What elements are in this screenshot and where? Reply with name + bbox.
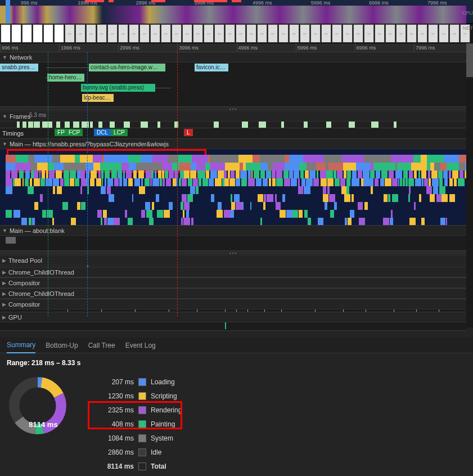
flame-segment[interactable] <box>452 170 458 178</box>
flame-segment[interactable] <box>447 163 459 170</box>
flame-segment[interactable] <box>416 170 417 178</box>
flame-segment[interactable] <box>77 202 81 210</box>
flame-segment[interactable] <box>337 170 342 178</box>
filmstrip-frame[interactable] <box>1 24 11 43</box>
flame-segment[interactable] <box>34 155 40 163</box>
flame-segment[interactable] <box>197 170 203 178</box>
flame-segment[interactable] <box>64 170 69 178</box>
flame-segment[interactable] <box>344 194 350 202</box>
flame-segment[interactable] <box>299 210 303 218</box>
flame-segment[interactable] <box>151 170 154 178</box>
flame-segment[interactable] <box>299 163 307 170</box>
flame-segment[interactable] <box>352 194 354 202</box>
flame-segment[interactable] <box>182 194 187 202</box>
flame-segment[interactable] <box>16 155 28 163</box>
flame-segment[interactable] <box>236 170 240 178</box>
flame-segment[interactable] <box>91 170 97 178</box>
flame-segment[interactable] <box>105 178 106 186</box>
flame-segment[interactable] <box>347 170 351 178</box>
flame-segment[interactable] <box>168 155 177 163</box>
flame-segment[interactable] <box>210 170 217 178</box>
flame-segment[interactable] <box>40 155 52 163</box>
flame-segment[interactable] <box>181 218 183 225</box>
flame-segment[interactable] <box>22 178 24 186</box>
compositor-track[interactable]: ▶Compositor <box>0 278 466 289</box>
flame-segment[interactable] <box>152 155 167 163</box>
scrollbar-thumb[interactable] <box>466 43 473 77</box>
flame-segment[interactable] <box>13 210 20 218</box>
flame-segment[interactable] <box>191 163 197 170</box>
flame-segment[interactable] <box>418 170 420 178</box>
flame-segment[interactable] <box>363 178 369 186</box>
flame-segment[interactable] <box>6 210 12 218</box>
flame-segment[interactable] <box>184 202 190 210</box>
flame-segment[interactable] <box>400 155 413 163</box>
frame-block[interactable] <box>110 122 115 128</box>
flame-segment[interactable] <box>141 178 143 186</box>
flame-segment[interactable] <box>183 218 190 225</box>
flame-segment[interactable] <box>325 202 328 210</box>
flame-segment[interactable] <box>190 170 197 178</box>
flame-segment[interactable] <box>246 163 260 170</box>
filmstrip-frame[interactable]: ▭ <box>139 24 150 43</box>
flame-segment[interactable] <box>284 178 290 186</box>
flame-segment[interactable] <box>46 170 48 178</box>
frame-block[interactable] <box>124 122 130 128</box>
task-block[interactable] <box>6 237 16 244</box>
flame-segment[interactable] <box>371 186 372 194</box>
flame-segment[interactable] <box>327 178 334 186</box>
track-header-childio[interactable]: ▶Chrome_ChildIOThread <box>0 289 466 299</box>
flame-segment[interactable] <box>264 194 266 202</box>
flame-segment[interactable] <box>234 194 240 202</box>
flame-segment[interactable] <box>242 202 244 210</box>
flame-segment[interactable] <box>166 178 171 186</box>
tab-event-log[interactable]: Event Log <box>125 338 156 353</box>
flame-segment[interactable] <box>289 170 293 178</box>
legend-row-loading[interactable]: 207 msLoading <box>100 375 182 389</box>
flame-segment[interactable] <box>240 170 246 178</box>
track-header-main-blank[interactable]: ▼ Main — about:blank <box>0 226 466 236</box>
filmstrip-frame[interactable]: ▭ <box>343 24 353 43</box>
network-request-bar[interactable]: home-hero-… <box>47 74 84 82</box>
flame-segment[interactable] <box>276 170 283 178</box>
flame-segment[interactable] <box>400 178 402 186</box>
flame-segment[interactable] <box>250 202 251 210</box>
flame-segment[interactable] <box>440 163 447 170</box>
flame-segment[interactable] <box>258 194 263 202</box>
flame-segment[interactable] <box>225 163 240 170</box>
filmstrip-frame[interactable]: ▭ <box>129 24 139 43</box>
network-track[interactable]: ▼ Network snabb.press/ (…contact-us-hero… <box>0 52 466 107</box>
filmstrip-frame[interactable]: ▭ <box>97 24 107 43</box>
flame-segment[interactable] <box>419 194 421 202</box>
network-request-bar[interactable]: favicon.ic… <box>195 64 228 71</box>
flame-segment[interactable] <box>361 178 363 186</box>
flame-segment[interactable] <box>380 178 385 186</box>
flame-segment[interactable] <box>111 170 117 178</box>
flame-segment[interactable] <box>267 194 273 202</box>
flame-segment[interactable] <box>162 163 172 170</box>
frame-block[interactable] <box>82 122 89 128</box>
flame-segment[interactable] <box>102 178 103 186</box>
flame-segment[interactable] <box>223 155 239 163</box>
flame-segment[interactable] <box>398 178 400 186</box>
flame-segment[interactable] <box>218 170 224 178</box>
flame-segment[interactable] <box>323 186 326 194</box>
flame-segment[interactable] <box>391 210 393 218</box>
flame-segment[interactable] <box>174 170 178 178</box>
flame-segment[interactable] <box>370 170 375 178</box>
flame-segment[interactable] <box>123 178 127 186</box>
filmstrip-frame[interactable]: ▭ <box>204 24 214 43</box>
flame-segment[interactable] <box>141 210 146 218</box>
flame-segment[interactable] <box>269 178 271 186</box>
time-ruler[interactable]: 996 ms1996 ms2996 ms3996 ms4996 ms5996 m… <box>0 43 473 52</box>
flame-segment[interactable] <box>150 178 152 186</box>
flame-segment[interactable] <box>342 155 350 163</box>
flame-segment[interactable] <box>169 202 173 210</box>
flame-segment[interactable] <box>193 178 198 186</box>
flame-segment[interactable] <box>248 178 255 186</box>
network-request-bar[interactable]: snabb.press/ (… <box>0 64 38 71</box>
flame-segment[interactable] <box>57 186 62 194</box>
flame-segment[interactable] <box>133 170 137 178</box>
flame-segment[interactable] <box>358 178 359 186</box>
flame-segment[interactable] <box>358 202 363 210</box>
